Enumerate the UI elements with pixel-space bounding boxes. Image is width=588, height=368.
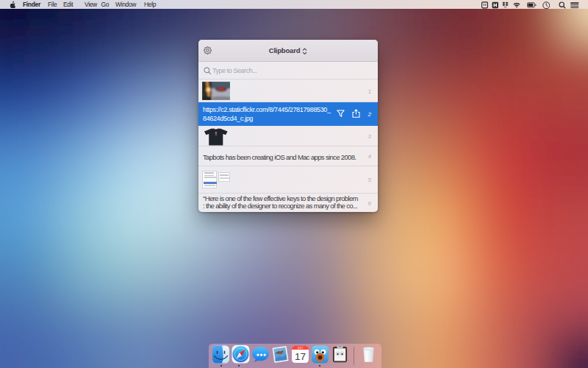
svg-text:17: 17 <box>294 351 305 362</box>
svg-text:JULY: JULY <box>297 347 304 350</box>
